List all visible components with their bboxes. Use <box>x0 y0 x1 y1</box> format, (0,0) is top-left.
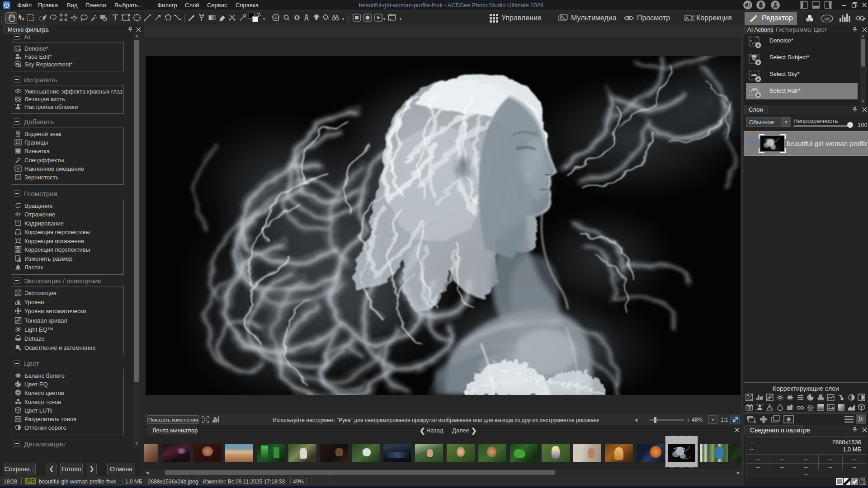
svg-text:365: 365 <box>823 17 830 21</box>
svg-text:AI: AI <box>274 16 278 19</box>
